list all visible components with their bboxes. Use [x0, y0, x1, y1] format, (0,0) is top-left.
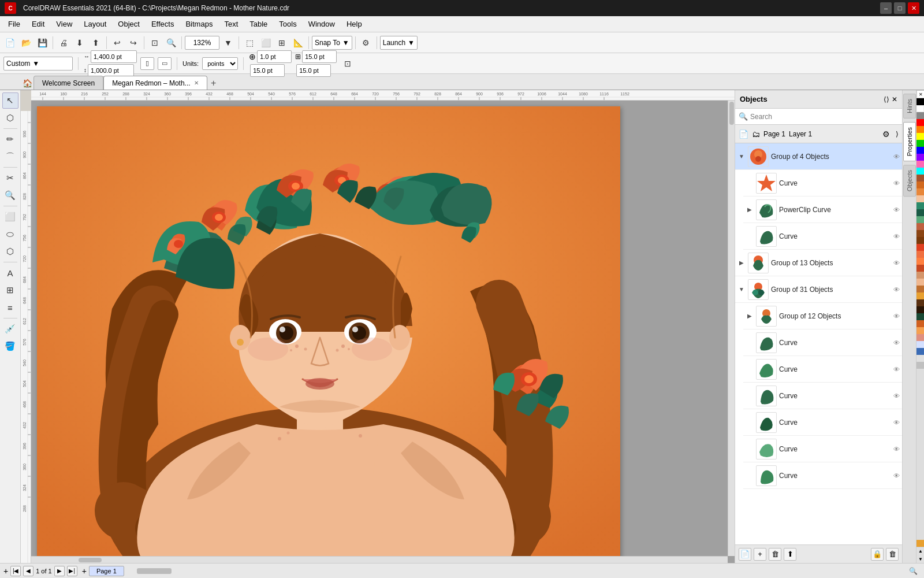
list-item[interactable]: ▶ Curve 👁	[743, 383, 902, 409]
scrollbar-thumb-h[interactable]	[79, 558, 102, 562]
add-page-button[interactable]: 📄	[739, 548, 751, 561]
export-button[interactable]: ⬆	[88, 35, 103, 50]
color-swatch[interactable]	[916, 306, 924, 313]
color-swatch[interactable]	[916, 272, 924, 279]
smart-draw-tool[interactable]: ⌒	[2, 149, 18, 165]
color-swatch[interactable]	[916, 209, 924, 216]
visibility-icon[interactable]: 👁	[893, 419, 900, 426]
visibility-icon[interactable]: 👁	[893, 286, 900, 293]
color-swatch[interactable]	[916, 188, 924, 195]
palette-scroll-up[interactable]: ▲	[916, 547, 924, 555]
list-item[interactable]: ▼ Group of 4 Objects 👁	[735, 143, 902, 170]
color-swatch[interactable]	[916, 230, 924, 237]
options-button[interactable]: ⚙	[359, 35, 374, 50]
list-item[interactable]: ▶ PowerClip Curve 👁	[743, 197, 902, 223]
guides-button[interactable]: 📐	[290, 35, 305, 50]
node-tool[interactable]: ⬡	[2, 110, 18, 126]
color-swatch[interactable]	[916, 258, 924, 265]
list-item[interactable]: ▶ Curve 👁	[743, 329, 902, 356]
landscape-button[interactable]: ▭	[158, 57, 172, 70]
expand-toggle[interactable]: ▶	[746, 312, 754, 320]
minimize-button[interactable]: –	[880, 2, 892, 14]
expand-all-icon[interactable]: ⟩	[896, 130, 899, 138]
canvas-scrollbar-vertical[interactable]	[728, 101, 735, 556]
rectangle-tool[interactable]: ⬜	[2, 209, 18, 225]
ellipse-tool[interactable]: ⬭	[2, 226, 18, 242]
zoom-to-fit-button[interactable]: 🔍	[906, 564, 921, 579]
color-swatch[interactable]	[916, 161, 924, 168]
color-swatch[interactable]	[916, 126, 924, 133]
fill-tool[interactable]: 🪣	[2, 338, 18, 354]
text-tool[interactable]: A	[2, 265, 18, 281]
visibility-icon[interactable]: 👁	[893, 472, 900, 479]
add-tab-button[interactable]: +	[207, 77, 220, 90]
list-item[interactable]: ▶ Group of 13 Objects 👁	[735, 250, 902, 276]
expand-toggle[interactable]: ▶	[746, 206, 754, 214]
color-swatch[interactable]	[916, 202, 924, 209]
close-panel-button[interactable]: ✕	[892, 95, 897, 103]
expand-panel-button[interactable]: ⟨⟩	[884, 95, 889, 103]
color-swatch[interactable]	[916, 279, 924, 286]
zoom-input[interactable]	[185, 36, 219, 50]
menu-table[interactable]: Table	[244, 17, 273, 31]
list-item[interactable]: ▶ Curve 👁	[743, 356, 902, 383]
transform-button[interactable]: ⊡	[340, 56, 355, 71]
color-swatch[interactable]	[916, 292, 924, 299]
y-input[interactable]	[250, 64, 285, 77]
visibility-icon[interactable]: 👁	[893, 339, 900, 346]
menu-view[interactable]: View	[50, 17, 78, 31]
menu-text[interactable]: Text	[218, 17, 244, 31]
parallel-tool[interactable]: ≡	[2, 299, 18, 316]
visibility-icon[interactable]: 👁	[893, 446, 900, 453]
trash-button[interactable]: 🗑	[886, 548, 899, 561]
next-page-button[interactable]: ▶	[54, 566, 65, 576]
visibility-icon[interactable]: 👁	[893, 153, 900, 160]
color-swatch[interactable]	[916, 355, 924, 362]
freehand-tool[interactable]: ✏	[2, 131, 18, 147]
move-up-button[interactable]: ⬆	[784, 548, 796, 561]
import-button[interactable]: ⬇	[72, 35, 87, 50]
x-input[interactable]	[257, 50, 292, 63]
expand-toggle[interactable]: ▼	[737, 153, 746, 161]
fit-page-button[interactable]: ⊡	[147, 35, 162, 50]
hints-tab[interactable]: Hints	[903, 94, 916, 118]
properties-tab[interactable]: Properties	[903, 122, 916, 161]
list-item[interactable]: ▶ Curve 👁	[743, 462, 902, 489]
menu-edit[interactable]: Edit	[26, 17, 50, 31]
visibility-icon[interactable]: 👁	[893, 366, 900, 373]
new-button[interactable]: 📄	[2, 35, 17, 50]
grid-button[interactable]: ⊞	[274, 35, 289, 50]
color-swatch[interactable]	[916, 98, 924, 105]
color-swatch[interactable]	[916, 181, 924, 188]
color-swatch[interactable]	[916, 299, 924, 306]
view-toggle[interactable]: ⬜	[258, 35, 273, 50]
list-item[interactable]: ▶ Curve 👁	[743, 223, 902, 250]
color-swatch[interactable]	[916, 147, 924, 154]
menu-file[interactable]: File	[2, 17, 26, 31]
color-swatch[interactable]	[916, 195, 924, 202]
portrait-button[interactable]: ▯	[140, 57, 154, 70]
artwork-canvas[interactable]	[37, 106, 620, 563]
last-page-button[interactable]: ▶|	[67, 566, 77, 576]
crop-tool[interactable]: ✂	[2, 170, 18, 186]
undo-button[interactable]: ↩	[110, 35, 125, 50]
canvas-container[interactable]	[31, 101, 735, 563]
scrollbar-thumb-v[interactable]	[729, 102, 734, 125]
zoom-dropdown[interactable]: ▼	[221, 35, 236, 50]
color-swatch[interactable]	[916, 119, 924, 126]
lock-button[interactable]: 🔒	[871, 548, 884, 561]
list-item[interactable]: ▶ Group of 12 Objects 👁	[743, 303, 902, 329]
save-button[interactable]: 💾	[35, 35, 50, 50]
h-scrollbar-thumb[interactable]	[137, 568, 172, 574]
list-item[interactable]: ▶ Curve 👁	[743, 170, 902, 197]
color-swatch[interactable]	[916, 327, 924, 334]
color-swatch[interactable]	[916, 348, 924, 355]
add-layer-button[interactable]: +	[754, 548, 766, 561]
add-page-button[interactable]: +	[82, 566, 87, 576]
color-swatch[interactable]	[916, 216, 924, 223]
menu-effects[interactable]: Effects	[146, 17, 180, 31]
polygon-tool[interactable]: ⬡	[2, 243, 18, 260]
color-swatch[interactable]	[916, 320, 924, 327]
color-swatch[interactable]	[916, 244, 924, 251]
open-button[interactable]: 📂	[18, 35, 33, 50]
